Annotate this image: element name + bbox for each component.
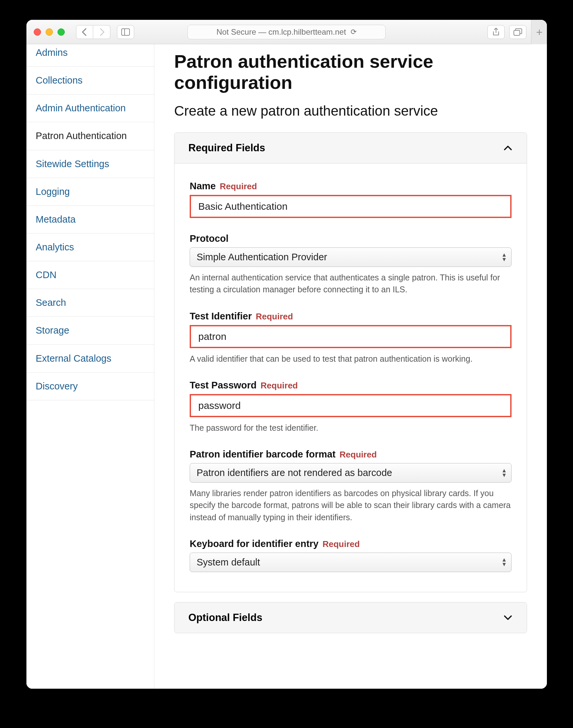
sidebar-item-storage[interactable]: Storage	[27, 317, 154, 344]
sidebar-item-search[interactable]: Search	[27, 289, 154, 317]
select-arrows-icon: ▲▼	[501, 253, 507, 262]
titlebar: Not Secure — cm.lcp.hilbertteam.net ⟳ ＋	[27, 20, 547, 44]
field-protocol: Protocol Simple Authentication Provider …	[190, 233, 512, 296]
field-label: Keyboard for identifier entry Required	[190, 539, 512, 549]
sidebar-item-label: Discovery	[36, 381, 77, 391]
protocol-select[interactable]: Simple Authentication Provider ▲▼	[190, 247, 512, 267]
sidebar-toggle-button[interactable]	[117, 25, 134, 39]
required-tag: Required	[322, 539, 360, 549]
required-fields-header[interactable]: Required Fields	[174, 133, 527, 164]
optional-fields-header[interactable]: Optional Fields	[174, 603, 527, 633]
help-text: An internal authentication service that …	[190, 272, 512, 296]
field-test-identifier: Test Identifier Required A valid identif…	[190, 311, 512, 365]
svg-rect-2	[514, 31, 520, 35]
sidebar-item-analytics[interactable]: Analytics	[27, 233, 154, 261]
help-text: The password for the test identifier.	[190, 422, 512, 434]
field-name: Name Required	[190, 181, 512, 218]
barcode-format-select[interactable]: Patron identifiers are not rendered as b…	[190, 463, 512, 483]
help-text: A valid identifier that can be used to t…	[190, 353, 512, 365]
sidebar-item-label: External Catalogs	[36, 353, 111, 364]
chevron-down-icon	[503, 613, 513, 623]
sidebar-item-label: Storage	[36, 325, 69, 336]
test-password-input[interactable]	[190, 394, 512, 417]
sidebar-item-label: Sitewide Settings	[36, 159, 109, 169]
sidebar-item-label: Admin Authentication	[36, 103, 125, 113]
select-value: System default	[190, 553, 512, 572]
required-tag: Required	[220, 181, 257, 191]
sidebar-item-external-catalogs[interactable]: External Catalogs	[27, 345, 154, 373]
name-input[interactable]	[190, 195, 512, 218]
sidebar-item-collections[interactable]: Collections	[27, 67, 154, 95]
reload-icon[interactable]: ⟳	[351, 28, 357, 36]
sidebar: Admins Collections Admin Authentication …	[27, 44, 154, 689]
select-arrows-icon: ▲▼	[501, 469, 507, 477]
page-title: Patron authentication service configurat…	[174, 51, 527, 94]
back-button[interactable]	[76, 25, 93, 39]
field-label: Patron identifier barcode format Require…	[190, 449, 512, 460]
chevron-left-icon	[80, 27, 90, 37]
select-value: Patron identifiers are not rendered as b…	[190, 463, 512, 483]
zoom-window-button[interactable]	[57, 29, 65, 36]
sidebar-item-sitewide-settings[interactable]: Sitewide Settings	[27, 150, 154, 178]
sidebar-item-discovery[interactable]: Discovery	[27, 373, 154, 400]
minimize-window-button[interactable]	[46, 29, 53, 36]
optional-fields-panel: Optional Fields	[174, 602, 527, 633]
label-text: Patron identifier barcode format	[190, 449, 336, 460]
field-label: Test Identifier Required	[190, 311, 512, 322]
new-tab-button[interactable]: ＋	[531, 20, 547, 44]
browser-window: Not Secure — cm.lcp.hilbertteam.net ⟳ ＋ …	[27, 20, 547, 689]
right-toolbar: ＋	[487, 20, 540, 44]
sidebar-item-label: Search	[36, 297, 66, 308]
field-label: Protocol	[190, 233, 512, 244]
main-area: Patron authentication service configurat…	[154, 44, 547, 689]
keyboard-select[interactable]: System default ▲▼	[190, 553, 512, 572]
page-subtitle: Create a new patron authentication servi…	[174, 103, 527, 119]
sidebar-item-label: Metadata	[36, 214, 76, 225]
sidebar-item-admins[interactable]: Admins	[27, 44, 154, 67]
sidebar-item-label: Patron Authentication	[36, 130, 127, 141]
required-tag: Required	[340, 450, 377, 460]
label-text: Keyboard for identifier entry	[190, 539, 319, 549]
share-button[interactable]	[487, 25, 505, 39]
required-tag: Required	[256, 312, 293, 322]
required-fields-body: Name Required Protocol Simple Authentica…	[174, 164, 527, 592]
sidebar-item-logging[interactable]: Logging	[27, 178, 154, 206]
address-text: Not Secure — cm.lcp.hilbertteam.net	[216, 27, 346, 37]
sidebar-icon	[121, 29, 130, 36]
tabs-icon	[514, 29, 522, 36]
select-arrows-icon: ▲▼	[501, 558, 507, 567]
label-text: Test Identifier	[190, 311, 252, 322]
help-text: Many libraries render patron identifiers…	[190, 487, 512, 523]
address-bar[interactable]: Not Secure — cm.lcp.hilbertteam.net ⟳	[187, 25, 386, 39]
window-controls	[34, 29, 65, 36]
sidebar-item-admin-authentication[interactable]: Admin Authentication	[27, 95, 154, 122]
required-fields-panel: Required Fields Name Required Protocol	[174, 132, 527, 592]
sidebar-item-label: Collections	[36, 75, 83, 86]
field-keyboard: Keyboard for identifier entry Required S…	[190, 539, 512, 572]
field-label: Test Password Required	[190, 380, 512, 391]
select-value: Simple Authentication Provider	[190, 247, 512, 267]
required-tag: Required	[261, 381, 298, 391]
sidebar-item-cdn[interactable]: CDN	[27, 261, 154, 289]
field-label: Name Required	[190, 181, 512, 191]
sidebar-item-metadata[interactable]: Metadata	[27, 206, 154, 233]
panel-title: Optional Fields	[188, 612, 262, 624]
sidebar-item-label: Logging	[36, 186, 70, 197]
label-text: Test Password	[190, 380, 257, 391]
panel-title: Required Fields	[188, 142, 265, 154]
tabs-button[interactable]	[509, 25, 526, 39]
close-window-button[interactable]	[34, 29, 41, 36]
sidebar-item-label: CDN	[36, 270, 56, 280]
share-icon	[492, 28, 500, 36]
chevron-up-icon	[503, 143, 513, 153]
sidebar-item-patron-authentication[interactable]: Patron Authentication	[27, 122, 154, 150]
forward-button[interactable]	[93, 25, 110, 39]
chevron-right-icon	[97, 27, 107, 37]
sidebar-item-label: Admins	[36, 47, 68, 58]
label-text: Name	[190, 181, 216, 191]
nav-buttons	[76, 25, 110, 39]
field-test-password: Test Password Required The password for …	[190, 380, 512, 434]
test-identifier-input[interactable]	[190, 325, 512, 348]
sidebar-item-label: Analytics	[36, 242, 74, 253]
field-barcode-format: Patron identifier barcode format Require…	[190, 449, 512, 523]
